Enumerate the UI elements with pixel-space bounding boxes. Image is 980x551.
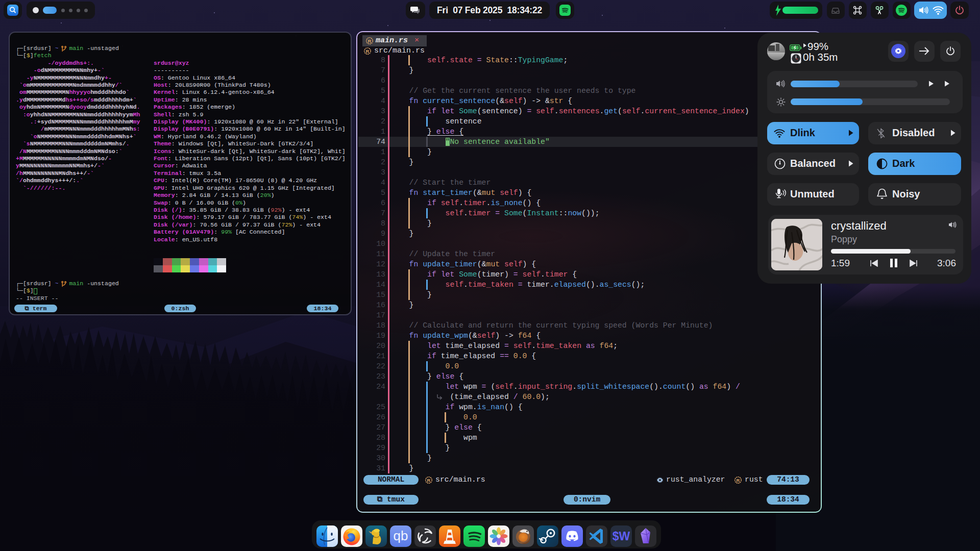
svg-text:R: R <box>368 38 372 44</box>
svg-text:R: R <box>427 478 431 483</box>
svg-text:R: R <box>366 48 370 54</box>
svg-text:R: R <box>737 478 740 483</box>
